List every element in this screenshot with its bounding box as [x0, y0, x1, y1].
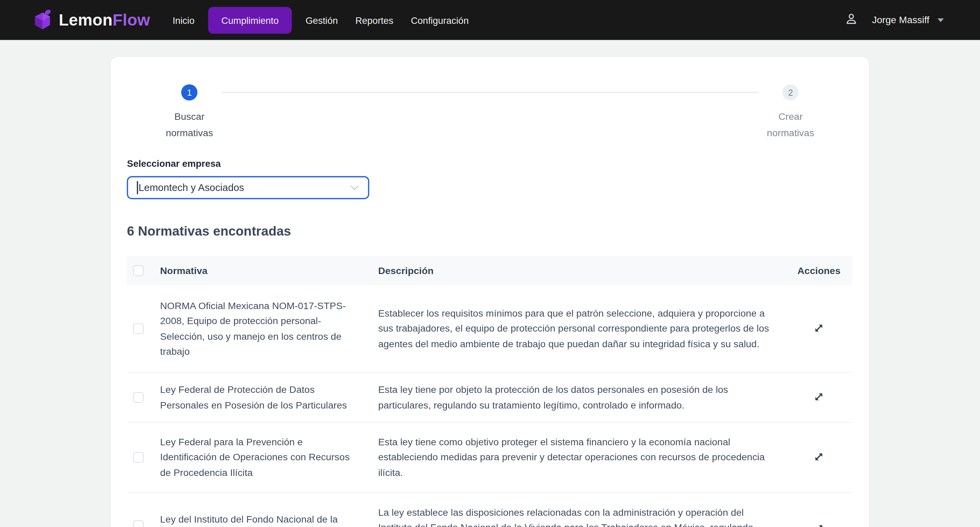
expand-icon	[813, 451, 825, 463]
main-menu: Inicio Cumplimiento Gestión Reportes Con…	[164, 6, 477, 33]
company-label: Seleccionar empresa	[127, 158, 853, 168]
brand-primary: Lemon	[59, 10, 112, 29]
brand[interactable]: LemonFlow	[32, 8, 150, 32]
step-2-label: Crear normativas	[767, 109, 814, 141]
row-checkbox[interactable]	[133, 452, 144, 463]
chevron-down-icon	[937, 18, 944, 22]
nav-item-cumplimiento[interactable]: Cumplimiento	[208, 6, 291, 33]
lemonflow-logo-icon	[32, 8, 54, 32]
results-heading: 6 Normativas encontradas	[127, 224, 853, 239]
company-select-value: Lemontech y Asociados	[138, 182, 350, 194]
expand-button[interactable]	[809, 319, 829, 338]
table-row: Ley Federal de Protección de Datos Perso…	[127, 373, 853, 423]
table-header-row: Normativa Descripción Acciones	[127, 256, 853, 285]
cell-normativa: NORMA Oficial Mexicana NOM-017-STPS-2008…	[160, 298, 367, 359]
select-all-checkbox[interactable]	[133, 265, 144, 276]
table-row: Ley Federal para la Prevención e Identif…	[127, 423, 853, 493]
content-card: 1 Buscar normativas 2 Crear normativas	[111, 57, 869, 527]
cell-normativa: Ley Federal de Protección de Datos Perso…	[160, 382, 367, 413]
top-navigation: LemonFlow Inicio Cumplimiento Gestión Re…	[0, 0, 980, 40]
expand-icon	[813, 322, 825, 334]
header-descripcion: Descripción	[367, 265, 786, 276]
brand-secondary: Flow	[113, 10, 150, 29]
step-1-label: Buscar normativas	[166, 109, 213, 141]
cell-descripcion: Esta ley tiene por objeto la protección …	[367, 382, 786, 413]
brand-name: LemonFlow	[59, 10, 150, 30]
cell-normativa: Ley Federal para la Prevención e Identif…	[160, 435, 367, 480]
step-2-circle: 2	[783, 84, 799, 101]
user-name: Jorge Massiff	[872, 14, 929, 25]
company-select[interactable]: Lemontech y Asociados	[127, 176, 369, 199]
step-connector	[222, 92, 758, 93]
nav-item-gestion[interactable]: Gestión	[297, 7, 347, 33]
nav-item-inicio[interactable]: Inicio	[164, 7, 204, 33]
cell-descripcion: La ley establece las disposiciones relac…	[367, 505, 786, 527]
text-caret	[137, 181, 138, 194]
page: LemonFlow Inicio Cumplimiento Gestión Re…	[0, 0, 980, 527]
step-1-circle: 1	[181, 84, 197, 101]
cell-normativa: Ley del Instituto del Fondo Nacional de …	[160, 512, 367, 527]
nav-item-reportes[interactable]: Reportes	[347, 7, 402, 33]
table-row: NORMA Oficial Mexicana NOM-017-STPS-2008…	[127, 285, 853, 373]
page-body: 1 Buscar normativas 2 Crear normativas	[0, 40, 980, 527]
user-icon	[844, 11, 858, 29]
step-crear-normativas[interactable]: 2 Crear normativas	[758, 84, 823, 141]
expand-button[interactable]	[809, 447, 829, 467]
cell-descripcion: Esta ley tiene como objetivo proteger el…	[367, 435, 786, 480]
expand-icon	[813, 522, 825, 527]
step-buscar-normativas[interactable]: 1 Buscar normativas	[157, 84, 222, 141]
expand-button[interactable]	[809, 387, 829, 407]
stepper: 1 Buscar normativas 2 Crear normativas	[127, 84, 853, 141]
row-checkbox[interactable]	[133, 392, 144, 403]
header-normativa: Normativa	[160, 265, 367, 276]
select-chevron-icon	[350, 185, 360, 190]
row-checkbox[interactable]	[133, 324, 144, 334]
user-menu[interactable]: Jorge Massiff	[844, 11, 943, 29]
expand-icon	[813, 391, 825, 403]
cell-descripcion: Establecer los requisitos mínimos para q…	[367, 306, 786, 352]
normativas-table: Normativa Descripción Acciones NORMA Ofi…	[127, 256, 853, 527]
table-row: Ley del Instituto del Fondo Nacional de …	[127, 493, 853, 527]
company-form-group: Seleccionar empresa Lemontech y Asociado…	[127, 158, 853, 199]
row-checkbox[interactable]	[133, 520, 144, 527]
expand-button[interactable]	[809, 519, 829, 527]
header-acciones: Acciones	[786, 265, 852, 276]
nav-item-configuracion[interactable]: Configuración	[402, 7, 477, 33]
